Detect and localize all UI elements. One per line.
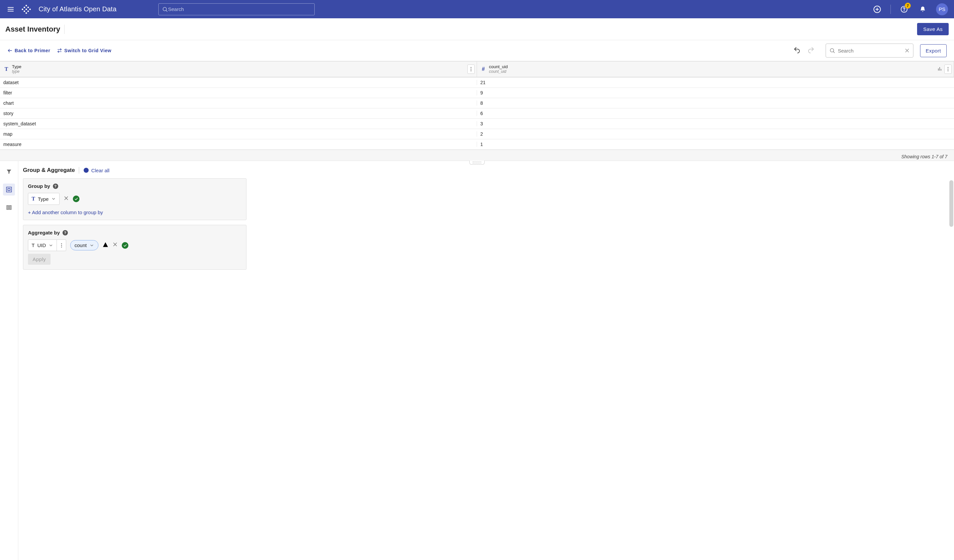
panel-side-tabs: [0, 161, 18, 560]
aggregate-field-selector[interactable]: T UID: [28, 240, 56, 251]
notifications-button[interactable]: [917, 4, 928, 15]
aggregate-by-help[interactable]: ?: [62, 230, 68, 235]
undo-redo-group: [793, 47, 815, 54]
toolbar: Back to Primer Switch to Grid View Expor…: [0, 40, 954, 61]
cell-count: 21: [477, 80, 954, 85]
switch-view-label: Switch to Grid View: [64, 48, 111, 53]
number-type-icon: #: [480, 66, 486, 72]
column-subtitle: count_uid: [489, 70, 508, 74]
remove-aggregate-button[interactable]: [112, 242, 118, 249]
chevron-down-icon: [51, 196, 56, 201]
cell-type: filter: [0, 90, 477, 95]
cell-type: story: [0, 111, 477, 116]
svg-point-6: [22, 8, 23, 10]
svg-point-7: [26, 8, 27, 10]
cell-count: 3: [477, 121, 954, 126]
notification-badge: 7: [905, 3, 911, 9]
svg-point-18: [904, 11, 904, 11]
svg-point-26: [471, 70, 472, 72]
column-subtitle: type: [12, 70, 21, 74]
table-search-input[interactable]: [838, 48, 902, 53]
group-icon: [6, 186, 12, 193]
hamburger-icon: [7, 6, 14, 13]
tab-columns[interactable]: [3, 202, 15, 213]
clear-all-button[interactable]: Clear all: [83, 167, 109, 173]
column-menu-button[interactable]: [945, 64, 952, 74]
table-row[interactable]: system_dataset 3: [0, 119, 954, 129]
close-icon: [64, 196, 69, 201]
search-icon: [162, 6, 168, 12]
divider: [79, 167, 79, 174]
column-header-type[interactable]: T Type type: [0, 62, 477, 77]
svg-point-42: [61, 245, 62, 246]
svg-rect-34: [8, 188, 10, 191]
panel-header: Group & Aggregate Clear all: [23, 167, 949, 174]
tab-group-aggregate[interactable]: [3, 184, 15, 196]
undo-icon: [793, 47, 801, 53]
global-search-input[interactable]: [168, 6, 311, 12]
table-row[interactable]: dataset 21: [0, 78, 954, 88]
clear-search-icon[interactable]: [904, 48, 910, 53]
cell-type: chart: [0, 100, 477, 106]
menu-button[interactable]: [6, 5, 15, 14]
help-button[interactable]: 7: [899, 4, 909, 15]
group-by-title: Group by: [28, 183, 50, 189]
svg-point-38: [84, 168, 89, 173]
group-by-card: Group by ? T Type + Add an: [23, 178, 246, 220]
svg-line-13: [166, 10, 167, 11]
create-button[interactable]: [872, 4, 882, 15]
undo-button[interactable]: [793, 47, 801, 54]
svg-point-11: [26, 12, 27, 14]
group-by-field-label: Type: [38, 196, 49, 202]
export-button[interactable]: Export: [920, 44, 947, 57]
table-row[interactable]: measure 1: [0, 139, 954, 149]
site-title[interactable]: City of Atlantis Open Data: [39, 5, 117, 13]
group-by-help[interactable]: ?: [53, 184, 58, 189]
svg-line-21: [833, 51, 834, 53]
column-header-count[interactable]: # count_uid count_uid: [477, 62, 954, 77]
arrow-left-icon: [7, 48, 12, 53]
svg-point-9: [23, 10, 25, 12]
svg-rect-44: [105, 244, 106, 246]
column-title: Type: [12, 64, 21, 69]
bar-chart-icon: [937, 66, 942, 72]
svg-point-8: [29, 8, 31, 10]
aggregate-field-more-button[interactable]: [56, 240, 66, 251]
table-row[interactable]: filter 9: [0, 88, 954, 98]
svg-point-10: [27, 10, 29, 12]
add-group-by-link[interactable]: + Add another column to group by: [28, 210, 242, 215]
svg-rect-33: [7, 187, 12, 192]
filter-icon: [6, 169, 12, 174]
svg-point-24: [471, 67, 472, 68]
back-to-primer-link[interactable]: Back to Primer: [7, 48, 50, 53]
group-by-field-chip[interactable]: T Type: [28, 193, 59, 205]
bottom-panel: Group & Aggregate Clear all Group by ? T…: [0, 160, 954, 560]
cell-count: 8: [477, 100, 954, 106]
site-logo[interactable]: [20, 4, 32, 15]
panel-scrollbar-thumb[interactable]: [949, 180, 953, 227]
aggregate-by-card: Aggregate by ? T UID: [23, 225, 246, 270]
table-row[interactable]: map 2: [0, 129, 954, 139]
chevron-down-icon: [89, 243, 94, 248]
switch-view-link[interactable]: Switch to Grid View: [57, 48, 111, 53]
user-avatar[interactable]: PS: [936, 3, 948, 15]
aggregate-function-chip[interactable]: count: [70, 240, 98, 250]
aggregate-warning-indicator[interactable]: [103, 242, 108, 249]
table-row[interactable]: story 6: [0, 109, 954, 119]
global-search[interactable]: [158, 3, 315, 15]
bell-icon: [920, 6, 926, 12]
tab-filter[interactable]: [3, 166, 15, 177]
svg-rect-36: [9, 205, 9, 210]
svg-point-4: [23, 7, 25, 8]
redo-button[interactable]: [807, 47, 815, 54]
column-menu-button[interactable]: [468, 64, 475, 74]
save-as-button[interactable]: Save As: [917, 23, 949, 35]
cell-count: 6: [477, 111, 954, 116]
table-row[interactable]: chart 8: [0, 98, 954, 109]
remove-group-by-button[interactable]: [64, 196, 69, 202]
clear-all-label: Clear all: [91, 168, 109, 173]
table-search[interactable]: [826, 44, 913, 58]
svg-point-32: [948, 70, 949, 72]
chevron-down-icon: [48, 243, 53, 248]
column-chart-button[interactable]: [937, 66, 942, 73]
